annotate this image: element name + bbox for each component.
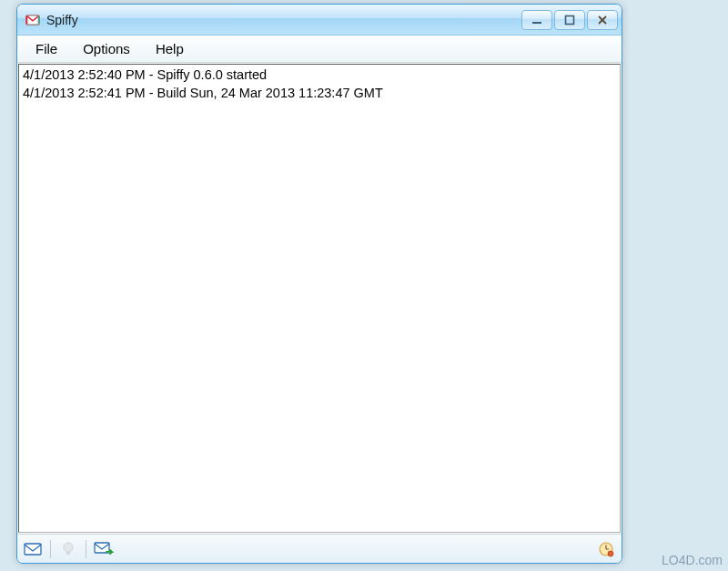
separator — [86, 540, 86, 558]
separator — [50, 540, 51, 558]
svg-point-12 — [64, 543, 73, 552]
bulb-icon[interactable] — [58, 539, 78, 559]
log-line: 4/1/2013 2:52:40 PM - Spiffy 0.6.0 start… — [23, 66, 616, 85]
svg-rect-7 — [532, 22, 541, 24]
maximize-button[interactable] — [554, 10, 585, 30]
statusbar — [17, 534, 622, 563]
window-controls — [521, 10, 618, 30]
menu-file[interactable]: File — [23, 37, 70, 60]
clock-icon[interactable] — [596, 539, 616, 559]
mail-icon[interactable] — [23, 539, 43, 559]
menu-options[interactable]: Options — [70, 37, 143, 60]
title-text: Spiffy — [46, 13, 521, 27]
svg-point-18 — [608, 551, 613, 556]
minimize-button[interactable] — [521, 10, 552, 30]
corner-watermark: LO4D.com — [662, 553, 723, 567]
mail-forward-icon[interactable] — [94, 539, 114, 559]
svg-rect-8 — [566, 15, 574, 24]
app-icon — [25, 12, 41, 28]
menu-help[interactable]: Help — [143, 37, 197, 60]
log-area[interactable]: 4/1/2013 2:52:40 PM - Spiffy 0.6.0 start… — [18, 64, 621, 533]
svg-rect-13 — [66, 552, 70, 555]
app-window: Spiffy File Options Help 4/1/2013 2:52:4… — [16, 4, 622, 564]
close-button[interactable] — [587, 10, 618, 30]
log-line: 4/1/2013 2:52:41 PM - Build Sun, 24 Mar … — [23, 85, 616, 103]
menubar: File Options Help — [17, 36, 622, 63]
titlebar[interactable]: Spiffy — [17, 5, 622, 36]
svg-rect-11 — [25, 544, 41, 555]
